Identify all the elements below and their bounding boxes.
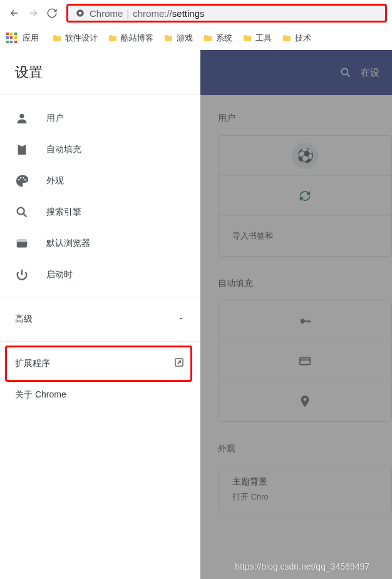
sidebar-item-label: 自动填充 xyxy=(46,144,81,155)
sidebar-item-label: 启动时 xyxy=(46,269,73,280)
sidebar-item-label: 用户 xyxy=(46,113,64,124)
bookmark-folder[interactable]: 工具 xyxy=(239,30,275,46)
settings-sidebar: 设置 用户 自动填充 外观 xyxy=(0,50,200,579)
bookmark-label: 酷站博客 xyxy=(121,33,153,44)
sidebar-item-label: 外观 xyxy=(46,175,64,187)
dim-overlay xyxy=(200,50,392,579)
sidebar-item-label: 搜索引擎 xyxy=(46,207,81,218)
apps-label[interactable]: 应用 xyxy=(23,33,39,44)
sidebar-item-appearance[interactable]: 外观 xyxy=(0,165,200,197)
chrome-logo-icon xyxy=(76,9,85,18)
bookmark-label: 软件设计 xyxy=(65,33,98,44)
bookmark-folder[interactable]: 技术 xyxy=(279,30,314,46)
browser-icon xyxy=(15,237,29,250)
bookmark-label: 系统 xyxy=(216,33,232,44)
browser-toolbar: Chrome | chrome://settings xyxy=(0,0,392,26)
person-icon xyxy=(15,111,29,125)
svg-point-1 xyxy=(79,12,82,15)
bookmark-folder[interactable]: 酷站博客 xyxy=(105,30,157,46)
svg-rect-3 xyxy=(18,145,26,155)
sidebar-item-startup[interactable]: 启动时 xyxy=(0,259,200,290)
address-label: Chrome xyxy=(90,8,123,19)
folder-icon xyxy=(163,33,173,43)
bookmarks-bar: 应用 软件设计 酷站博客 游戏 系统 工具 技术 xyxy=(0,26,392,50)
forward-button[interactable] xyxy=(24,4,43,23)
sidebar-item-autofill[interactable]: 自动填充 xyxy=(0,134,200,165)
address-separator: | xyxy=(126,8,129,19)
sidebar-item-search[interactable]: 搜索引擎 xyxy=(0,197,200,228)
about-label: 关于 Chrome xyxy=(15,389,66,401)
svg-point-5 xyxy=(18,179,19,180)
svg-rect-4 xyxy=(20,144,24,146)
settings-main: 在设 用户 ⚽ 导入书签和 自动填充 xyxy=(200,50,392,579)
folder-icon xyxy=(282,33,292,43)
bookmark-label: 技术 xyxy=(295,33,311,44)
bookmark-label: 工具 xyxy=(255,33,272,44)
search-icon xyxy=(15,205,29,219)
svg-rect-11 xyxy=(17,240,28,242)
divider xyxy=(0,341,200,342)
folder-icon xyxy=(108,33,118,43)
bookmark-folder[interactable]: 游戏 xyxy=(160,30,196,46)
sidebar-body: 用户 自动填充 外观 搜索引擎 xyxy=(0,95,200,418)
reload-button[interactable] xyxy=(43,4,61,23)
url-path: settings xyxy=(172,8,205,19)
svg-point-2 xyxy=(19,114,24,118)
url-scheme: chrome:// xyxy=(133,8,172,19)
apps-icon[interactable] xyxy=(6,33,18,44)
power-icon xyxy=(15,268,29,282)
sidebar-item-about[interactable]: 关于 Chrome xyxy=(0,379,200,411)
bookmark-folder[interactable]: 系统 xyxy=(200,30,235,46)
clipboard-icon xyxy=(15,143,29,156)
bookmark-folder[interactable]: 软件设计 xyxy=(49,30,101,46)
folder-icon xyxy=(52,33,62,43)
content-area: 设置 用户 自动填充 外观 xyxy=(0,50,392,579)
palette-icon xyxy=(15,174,29,188)
extensions-label: 扩展程序 xyxy=(15,358,50,369)
sidebar-item-extensions[interactable]: 扩展程序 xyxy=(0,348,200,379)
bookmark-label: 游戏 xyxy=(177,33,193,44)
sidebar-item-label: 默认浏览器 xyxy=(46,238,90,249)
back-button[interactable] xyxy=(5,4,24,23)
watermark-text: https://blog.csdn.net/qq_34569497 xyxy=(235,561,369,571)
folder-icon xyxy=(203,33,213,43)
sidebar-item-advanced[interactable]: 高级 xyxy=(0,304,200,335)
folder-icon xyxy=(242,33,252,43)
address-bar[interactable]: Chrome | chrome://settings xyxy=(66,4,387,23)
sidebar-item-default-browser[interactable]: 默认浏览器 xyxy=(0,228,200,259)
svg-point-7 xyxy=(23,177,24,178)
chevron-down-icon xyxy=(177,314,185,325)
sidebar-title: 设置 xyxy=(0,50,200,95)
external-link-icon xyxy=(173,357,185,371)
svg-point-6 xyxy=(20,177,21,178)
svg-point-9 xyxy=(18,208,24,215)
extensions-section: 扩展程序 xyxy=(0,348,200,379)
advanced-label: 高级 xyxy=(15,314,33,325)
sidebar-item-user[interactable]: 用户 xyxy=(0,103,200,134)
divider xyxy=(0,297,200,297)
svg-point-8 xyxy=(24,179,26,180)
